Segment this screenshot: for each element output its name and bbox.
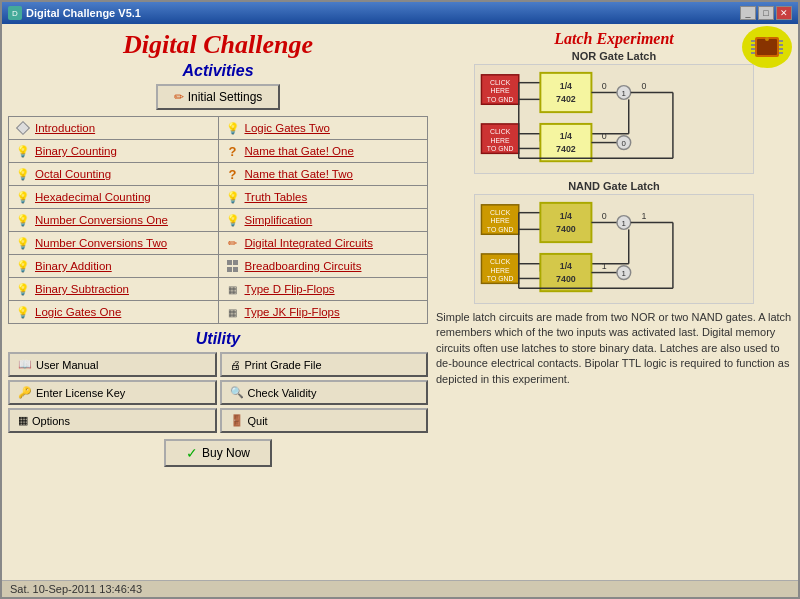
options-button[interactable]: ▦ Options (8, 408, 217, 433)
quit-button[interactable]: 🚪 Quit (220, 408, 429, 433)
activity-name-gate-one[interactable]: ? Name that Gate! One (219, 140, 428, 162)
license-key-label: Enter License Key (36, 387, 125, 399)
svg-text:1: 1 (641, 211, 646, 221)
quit-label: Quit (248, 415, 268, 427)
activity-digital-ic[interactable]: ✏ Digital Integrated Circuits (219, 232, 428, 254)
svg-text:CLICK: CLICK (490, 258, 511, 265)
activity-binary-subtraction[interactable]: 💡 Binary Subtraction (9, 278, 218, 300)
printer-icon: 🖨 (230, 359, 241, 371)
svg-text:HERE: HERE (491, 217, 510, 224)
main-window: D Digital Challenge V5.1 _ □ ✕ Digital C… (0, 0, 800, 599)
activity-octal-counting[interactable]: 💡 Octal Counting (9, 163, 218, 185)
svg-text:0: 0 (622, 139, 627, 148)
svg-text:TO GND: TO GND (487, 275, 514, 282)
titlebar: D Digital Challenge V5.1 _ □ ✕ (2, 2, 798, 24)
initial-settings-button[interactable]: ✏ Initial Settings (156, 84, 281, 110)
bulb-icon: 💡 (15, 189, 31, 205)
titlebar-controls: _ □ ✕ (740, 6, 792, 20)
svg-text:CLICK: CLICK (490, 79, 511, 86)
main-content: Digital Challenge Activities ✏ Initial S… (2, 24, 798, 580)
svg-rect-8 (779, 48, 783, 50)
activity-label: Number Conversions Two (35, 237, 167, 249)
question-icon: ? (225, 166, 241, 182)
svg-text:1: 1 (602, 261, 607, 271)
svg-rect-7 (779, 44, 783, 46)
activity-num-conv-two[interactable]: 💡 Number Conversions Two (9, 232, 218, 254)
print-grade-label: Print Grade File (245, 359, 322, 371)
utility-grid: 📖 User Manual 🖨 Print Grade File 🔑 Enter… (8, 352, 428, 433)
maximize-button[interactable]: □ (758, 6, 774, 20)
bars-icon: ▦ (225, 281, 241, 297)
svg-rect-2 (751, 40, 755, 42)
check-validity-button[interactable]: 🔍 Check Validity (220, 380, 429, 405)
close-button[interactable]: ✕ (776, 6, 792, 20)
activities-title: Activities (182, 62, 253, 80)
right-panel: Latch Experiment (436, 30, 792, 574)
activity-name-gate-two[interactable]: ? Name that Gate! Two (219, 163, 428, 185)
check-icon: ✓ (186, 445, 198, 461)
bulb-icon: 💡 (15, 304, 31, 320)
status-bar: Sat. 10-Sep-2011 13:46:43 (2, 580, 798, 597)
bulb-icon: 💡 (15, 258, 31, 274)
activity-label: Logic Gates Two (245, 122, 330, 134)
buy-now-button[interactable]: ✓ Buy Now (164, 439, 272, 467)
bulb-icon: 💡 (15, 143, 31, 159)
initial-settings-label: Initial Settings (188, 90, 263, 104)
latch-header: Latch Experiment (436, 30, 792, 48)
svg-rect-17 (540, 73, 591, 112)
bulb-icon: 💡 (15, 166, 31, 182)
activity-type-d-flipflop[interactable]: ▦ Type D Flip-Flops (219, 278, 428, 300)
utility-section: Utility 📖 User Manual 🖨 Print Grade File… (8, 330, 428, 467)
license-key-button[interactable]: 🔑 Enter License Key (8, 380, 217, 405)
app-title: Digital Challenge (123, 30, 313, 60)
activity-simplification[interactable]: 💡 Simplification (219, 209, 428, 231)
bulb-icon: 💡 (15, 281, 31, 297)
user-manual-button[interactable]: 📖 User Manual (8, 352, 217, 377)
utility-title: Utility (8, 330, 428, 348)
search-icon: 🔍 (230, 386, 244, 399)
svg-text:TO GND: TO GND (487, 226, 514, 233)
activity-introduction[interactable]: Introduction (9, 117, 218, 139)
svg-text:TO GND: TO GND (487, 96, 514, 103)
activity-hex-counting[interactable]: 💡 Hexadecimal Counting (9, 186, 218, 208)
titlebar-left: D Digital Challenge V5.1 (8, 6, 141, 20)
svg-text:7402: 7402 (556, 144, 576, 154)
activities-grid: Introduction 💡 Logic Gates Two 💡 Binary … (8, 116, 428, 324)
svg-rect-5 (751, 52, 755, 54)
svg-text:HERE: HERE (491, 267, 510, 274)
bars-icon: ▦ (225, 304, 241, 320)
activity-label: Hexadecimal Counting (35, 191, 151, 203)
svg-rect-33 (540, 124, 591, 161)
svg-rect-51 (540, 203, 591, 242)
latch-description: Simple latch circuits are made from two … (436, 310, 792, 387)
svg-rect-9 (779, 52, 783, 54)
book-icon: 📖 (18, 358, 32, 371)
quit-icon: 🚪 (230, 414, 244, 427)
activity-logic-gates-one[interactable]: 💡 Logic Gates One (9, 301, 218, 323)
key-icon: 🔑 (18, 386, 32, 399)
minimize-button[interactable]: _ (740, 6, 756, 20)
print-grade-button[interactable]: 🖨 Print Grade File (220, 352, 429, 377)
chip-icon (742, 26, 792, 68)
svg-text:1/4: 1/4 (560, 81, 572, 91)
activity-label: Truth Tables (245, 191, 308, 203)
svg-rect-3 (751, 44, 755, 46)
svg-rect-6 (779, 40, 783, 42)
activity-type-jk-flipflop[interactable]: ▦ Type JK Flip-Flops (219, 301, 428, 323)
pencil-icon: ✏ (174, 90, 184, 104)
left-panel: Digital Challenge Activities ✏ Initial S… (8, 30, 428, 574)
activity-truth-tables[interactable]: 💡 Truth Tables (219, 186, 428, 208)
activity-label: Number Conversions One (35, 214, 168, 226)
activity-breadboarding[interactable]: Breadboarding Circuits (219, 255, 428, 277)
svg-text:7402: 7402 (556, 94, 576, 104)
svg-text:7400: 7400 (556, 274, 576, 284)
svg-text:1/4: 1/4 (560, 131, 572, 141)
svg-text:1: 1 (622, 219, 626, 228)
activity-binary-counting[interactable]: 💡 Binary Counting (9, 140, 218, 162)
activity-num-conv-one[interactable]: 💡 Number Conversions One (9, 209, 218, 231)
activity-binary-addition[interactable]: 💡 Binary Addition (9, 255, 218, 277)
activity-logic-gates-two[interactable]: 💡 Logic Gates Two (219, 117, 428, 139)
pencil-icon: ✏ (225, 235, 241, 251)
latch-title: Latch Experiment (554, 30, 674, 48)
bulb-icon: 💡 (15, 212, 31, 228)
